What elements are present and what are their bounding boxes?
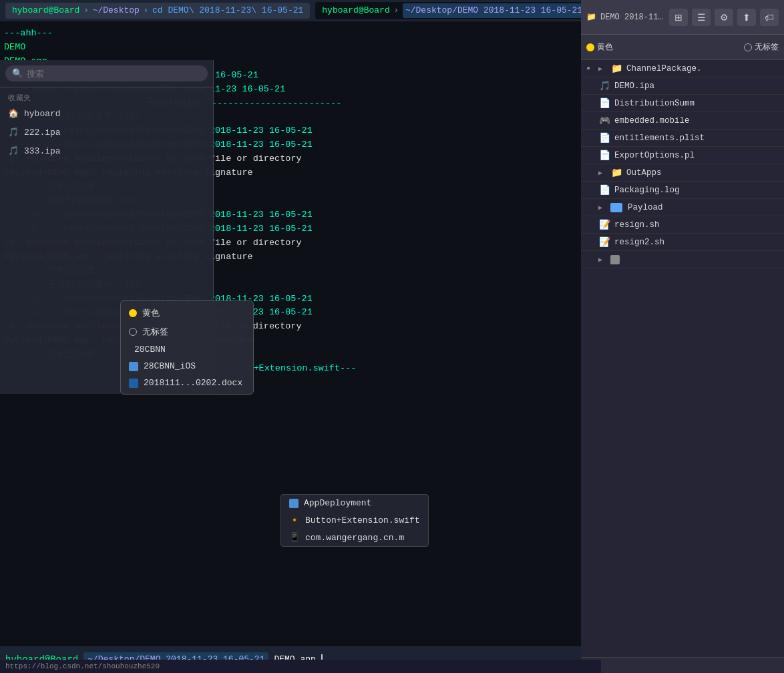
list-item[interactable]: 📄 DistributionSumm bbox=[581, 95, 784, 112]
terminal-tab-2[interactable]: hyboard@Board › ~/Desktop/DEMO 2018-11-2… bbox=[315, 2, 581, 19]
list-view-button[interactable]: ☰ bbox=[692, 9, 711, 26]
sidebar-search-area: 🔍 bbox=[0, 60, 213, 87]
audio-file-icon: 🎵 bbox=[8, 127, 19, 138]
extra-item-appdeployment[interactable]: AppDeployment bbox=[281, 495, 428, 511]
file-icon: 🎮 bbox=[598, 115, 610, 126]
sidebar-favorites-label: 收藏夹 bbox=[0, 87, 213, 104]
terminal-tab-bar: hyboard@Board › ~/Desktop › cd DEMO\ 201… bbox=[0, 0, 581, 21]
extra-item-button-extension[interactable]: 🔸 Button+Extension.swift bbox=[281, 511, 428, 529]
tag-label-28cbnn-ios: 28CBNN_iOS bbox=[144, 361, 196, 371]
tag-label-docx: 2018111...0202.docx bbox=[144, 378, 242, 388]
chevron-right-icon[interactable]: ▶ bbox=[598, 256, 606, 264]
list-item[interactable]: ▶ Payload bbox=[581, 199, 784, 216]
tab1-cmd: cd DEMO\ 2018-11-23\ 16-05-21 bbox=[152, 4, 303, 17]
tag-label-yellow: 黄色 bbox=[142, 307, 160, 319]
tab2-path: ~/Desktop/DEMO 2018-11-23 16-05-21 bbox=[403, 3, 581, 18]
finder-action-bar: 黄色 无标签 bbox=[581, 35, 784, 60]
sidebar-label-333ipa: 333.ipa bbox=[24, 146, 61, 156]
yellow-tag[interactable]: 黄色 bbox=[586, 41, 613, 53]
sidebar-item-222ipa[interactable]: 🎵 222.ipa bbox=[0, 123, 213, 142]
list-item[interactable]: 📝 resign2.sh bbox=[581, 234, 784, 251]
output-line-1: ---ahh--- bbox=[4, 27, 577, 41]
file-icon: 📄 bbox=[598, 97, 610, 109]
list-item[interactable]: 📄 entitlements.plist bbox=[581, 130, 784, 147]
output-line-2: DEMO bbox=[4, 41, 577, 55]
list-item[interactable]: ▶ 📁 OutApps bbox=[581, 164, 784, 182]
list-item[interactable]: ● ▶ 📁 ChannelPackage. bbox=[581, 60, 784, 77]
expand-arrow-icon: ● bbox=[586, 65, 594, 72]
tag-item-28cbnn-ios[interactable]: 28CBNN_iOS bbox=[121, 358, 253, 375]
list-item[interactable]: ▶ bbox=[581, 251, 784, 268]
no-tag[interactable]: 无标签 bbox=[744, 41, 779, 53]
item-name: OutApps bbox=[626, 168, 779, 178]
blue-square-icon bbox=[129, 362, 138, 371]
gear-button[interactable]: ⚙ bbox=[715, 9, 733, 26]
file-icon: 📄 bbox=[598, 150, 610, 161]
list-item[interactable]: 🎮 embedded.mobile bbox=[581, 112, 784, 130]
chevron-right-icon[interactable]: ▶ bbox=[598, 169, 606, 177]
finder-status-bar bbox=[581, 657, 784, 673]
audio-file-icon-2: 🎵 bbox=[8, 146, 19, 156]
chevron-right-icon[interactable]: ▶ bbox=[598, 65, 606, 73]
folder-icon: 📁 bbox=[610, 167, 622, 178]
sidebar-item-333ipa[interactable]: 🎵 333.ipa bbox=[0, 142, 213, 160]
item-name: DistributionSumm bbox=[614, 99, 779, 108]
item-name: entitlements.plist bbox=[614, 134, 779, 143]
sidebar-label-hyboard: hyboard bbox=[24, 109, 61, 119]
no-tag-circle-icon bbox=[129, 328, 137, 336]
tag-label-28cbnn: 28CBNN bbox=[134, 345, 166, 355]
tag-item-28cbnn[interactable]: 28CBNN bbox=[121, 341, 253, 358]
finder-panel: 📁 DEMO 2018-11-23 12-0... ⊞ ☰ ⚙ ⬆ 🏷 黄色 无… bbox=[581, 0, 784, 673]
item-name: ChannelPackage. bbox=[626, 64, 779, 73]
extra-item-com-wangergang[interactable]: 📱 com.wangergang.cn.m bbox=[281, 529, 428, 546]
search-input[interactable] bbox=[27, 69, 201, 79]
list-item[interactable]: 📄 ExportOptions.pl bbox=[581, 147, 784, 164]
terminal-tab-1[interactable]: hyboard@Board › ~/Desktop › cd DEMO\ 201… bbox=[5, 3, 310, 19]
folder-icon: 📁 bbox=[610, 63, 622, 74]
tag-item-none[interactable]: 无标签 bbox=[121, 322, 253, 341]
audio-icon: 🎵 bbox=[598, 80, 610, 91]
search-icon: 🔍 bbox=[12, 68, 23, 79]
file-icon: 📄 bbox=[598, 184, 610, 196]
item-name: Payload bbox=[628, 203, 779, 212]
item-name: ExportOptions.pl bbox=[614, 151, 779, 160]
script-icon: 📝 bbox=[598, 219, 610, 230]
finder-toolbar: 📁 DEMO 2018-11-23 12-0... ⊞ ☰ ⚙ ⬆ 🏷 bbox=[581, 0, 784, 35]
yellow-dot bbox=[586, 43, 594, 51]
home-icon: 🏠 bbox=[8, 108, 19, 119]
share-button[interactable]: ⬆ bbox=[737, 9, 756, 26]
generic-icon bbox=[610, 255, 620, 264]
folder-blue-icon bbox=[610, 203, 622, 212]
no-tag-label: 无标签 bbox=[755, 41, 779, 53]
item-name: DEMO.ipa bbox=[614, 81, 779, 91]
chevron-right-icon[interactable]: ▶ bbox=[598, 204, 606, 212]
url-text: https://blog.csdn.net/shouhouzhe520 bbox=[5, 662, 160, 670]
item-name: resign.sh bbox=[614, 220, 779, 230]
no-tag-dot bbox=[744, 43, 752, 51]
tag-label-none: 无标签 bbox=[142, 326, 168, 338]
word-icon bbox=[129, 379, 138, 388]
extra-label-com-wangergang: com.wangergang.cn.m bbox=[305, 533, 404, 543]
sidebar-item-hyboard[interactable]: 🏠 hyboard bbox=[0, 104, 213, 123]
grid-view-button[interactable]: ⊞ bbox=[669, 9, 688, 26]
tab1-user: hyboard@Board bbox=[12, 4, 79, 17]
list-item[interactable]: 🎵 DEMO.ipa bbox=[581, 77, 784, 95]
url-bar: https://blog.csdn.net/shouhouzhe520 bbox=[0, 660, 601, 673]
list-item[interactable]: 📝 resign.sh bbox=[581, 216, 784, 234]
tag-button[interactable]: 🏷 bbox=[760, 9, 779, 26]
yellow-circle-icon bbox=[129, 309, 137, 317]
extra-label-button-extension: Button+Extension.swift bbox=[305, 515, 420, 525]
mobile-icon: 📱 bbox=[289, 532, 300, 543]
folder-icon-toolbar: 📁 bbox=[586, 12, 596, 22]
item-name: resign2.sh bbox=[614, 238, 779, 247]
file-icon: 📄 bbox=[598, 132, 610, 144]
search-box[interactable]: 🔍 bbox=[5, 65, 208, 81]
tag-item-docx[interactable]: 2018111...0202.docx bbox=[121, 375, 253, 391]
tag-item-yellow[interactable]: 黄色 bbox=[121, 304, 253, 322]
extra-label-appdeployment: AppDeployment bbox=[304, 498, 371, 508]
item-name: embedded.mobile bbox=[614, 116, 779, 126]
list-item[interactable]: 📄 Packaging.log bbox=[581, 182, 784, 199]
finder-file-list[interactable]: ● ▶ 📁 ChannelPackage. 🎵 DEMO.ipa 📄 Distr… bbox=[581, 60, 784, 657]
yellow-label: 黄色 bbox=[597, 41, 613, 53]
extra-items-overlay: AppDeployment 🔸 Button+Extension.swift 📱… bbox=[280, 494, 429, 547]
